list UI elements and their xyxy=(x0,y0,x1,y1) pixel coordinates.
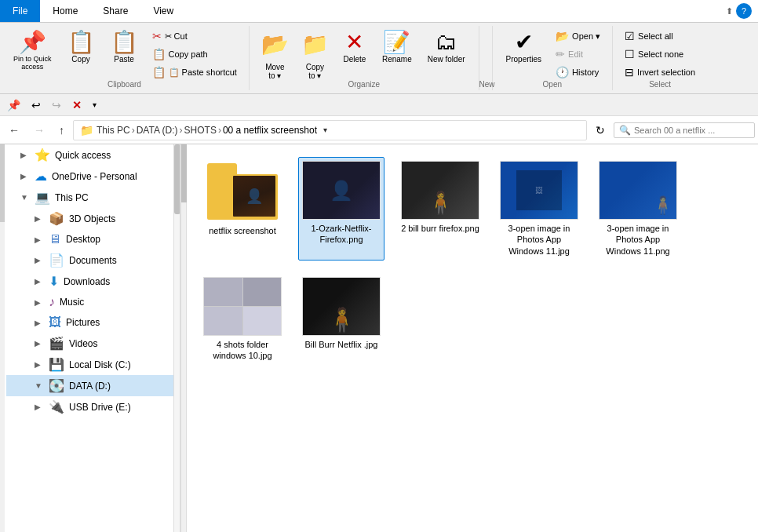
paste-shortcut-icon: 📋 xyxy=(152,66,166,78)
file-item-billburr-png[interactable]: 🧍 2 bill burr firefox.png xyxy=(397,157,483,261)
expand-icon: ▶ xyxy=(35,277,44,286)
main-area: ▶ ⭐ Quick access ▶ ☁ OneDrive - Personal… xyxy=(0,144,758,532)
quick-access-dropdown-btn[interactable]: ▾ xyxy=(89,98,100,111)
back-button[interactable]: ← xyxy=(3,122,25,139)
ribbon-group-new: New xyxy=(479,26,493,90)
invert-icon: ⊟ xyxy=(625,66,634,78)
downloads-label: Downloads xyxy=(64,276,110,287)
ribbon-group-organize: 📂 Moveto ▾ 📁 Copyto ▾ ✕ Delete 📝 Rename … xyxy=(250,26,479,90)
ribbon-group-select: ☑ Select all ☐ Select none ⊟ Invert sele… xyxy=(613,26,707,90)
expand-icon: ▼ xyxy=(20,193,30,202)
select-none-button[interactable]: ☐ Select none xyxy=(619,46,701,63)
pin-icon: 📌 xyxy=(19,31,46,53)
pin-label: Pin to Quickaccess xyxy=(13,55,52,71)
tab-file[interactable]: File xyxy=(0,0,40,22)
billburr-png-label: 2 bill burr firefox.png xyxy=(401,223,479,234)
breadcrumb-dropdown[interactable]: ▾ xyxy=(323,126,327,134)
quick-access-redo-btn[interactable]: ↪ xyxy=(48,97,65,114)
paste-shortcut-button[interactable]: 📋 📋 Paste shortcut xyxy=(147,64,242,81)
select-all-button[interactable]: ☑ Select all xyxy=(619,27,701,45)
quick-access-undo-btn[interactable]: ↩ xyxy=(27,97,45,114)
this-pc-label: This PC xyxy=(55,192,89,203)
4shots-content xyxy=(204,278,281,335)
sidebar-scroll-thumb xyxy=(174,144,180,214)
copy-to-label[interactable]: Copyto ▾ xyxy=(301,61,330,82)
sidebar-item-videos[interactable]: ▶ 🎬 Videos xyxy=(6,333,180,354)
open-image-jpg-label: 3-open image in Photos App Windows 11.jp… xyxy=(500,223,578,257)
move-to-icon[interactable]: 📂 xyxy=(256,27,294,61)
move-to-button[interactable]: 📂 Moveto ▾ xyxy=(256,27,294,82)
move-to-label[interactable]: Moveto ▾ xyxy=(260,61,290,82)
file-item-4shots[interactable]: 4 shots folder windows 10.jpg xyxy=(199,273,286,366)
new-folder-button[interactable]: 🗂 New folder xyxy=(421,27,472,67)
billburr-figure-icon: 🧍 xyxy=(427,190,454,216)
sidebar-item-data-d[interactable]: ▼ 💽 DATA (D:) xyxy=(6,375,180,396)
history-button[interactable]: 🕐 History xyxy=(550,64,606,81)
open-image-png-content: 🧍 xyxy=(599,162,676,219)
tab-home[interactable]: Home xyxy=(40,0,90,22)
file-item-open-image-png[interactable]: 🧍 3-open image in Photos App Windows 11.… xyxy=(595,157,681,261)
edit-button[interactable]: ✏ Edit xyxy=(550,46,606,63)
breadcrumb[interactable]: 📁 This PC › DATA (D:) › SHOTS › 00 a net… xyxy=(73,120,587,140)
sidebar-item-downloads[interactable]: ▶ ⬇ Downloads xyxy=(6,271,180,292)
sidebar-item-usb-e[interactable]: ▶ 🔌 USB Drive (E:) xyxy=(6,396,180,417)
4shots-cell-3 xyxy=(204,307,242,335)
sidebar-item-quick-access[interactable]: ▶ ⭐ Quick access xyxy=(6,144,180,166)
select-btns: ☑ Select all ☐ Select none ⊟ Invert sele… xyxy=(619,27,701,81)
properties-button[interactable]: ✔ Properties xyxy=(499,27,549,67)
sidebar-item-music[interactable]: ▶ ♪ Music xyxy=(6,292,180,312)
expand-icon: ▶ xyxy=(35,319,44,327)
delete-button[interactable]: ✕ Delete xyxy=(336,27,374,67)
ribbon-content: 📌 Pin to Quickaccess 📋 Copy 📋 Paste ✂ ✂ … xyxy=(0,23,758,93)
invert-selection-button[interactable]: ⊟ Invert selection xyxy=(619,64,701,81)
sidebar-item-local-disk[interactable]: ▶ 💾 Local Disk (C:) xyxy=(6,354,180,375)
paste-label: Paste xyxy=(114,55,134,64)
open-png-figure-icon: 🧍 xyxy=(652,195,673,216)
copy-to-button[interactable]: 📁 Copyto ▾ xyxy=(296,27,334,82)
file-item-open-image-jpg[interactable]: 🖼 3-open image in Photos App Windows 11.… xyxy=(496,157,582,261)
paste-button[interactable]: 📋 Paste xyxy=(104,27,145,67)
documents-icon: 📄 xyxy=(49,253,64,268)
sidebar-item-pictures[interactable]: ▶ 🖼 Pictures xyxy=(6,312,180,333)
open-label: Open ▾ xyxy=(572,31,600,42)
help-button[interactable]: ? xyxy=(736,3,752,19)
copy-to-icon[interactable]: 📁 xyxy=(296,27,334,61)
copy-path-button[interactable]: 📋 Copy path xyxy=(147,46,242,63)
paste-shortcut-label: 📋 Paste shortcut xyxy=(169,67,237,78)
search-input[interactable] xyxy=(634,126,749,135)
sidebar-item-onedrive[interactable]: ▶ ☁ OneDrive - Personal xyxy=(6,166,180,187)
ozark-figure-icon: 👤 xyxy=(330,180,353,202)
content-scroll-handle[interactable] xyxy=(180,144,187,532)
tab-share[interactable]: Share xyxy=(90,0,140,22)
delete-icon: ✕ xyxy=(345,31,363,53)
pin-to-quick-access-button[interactable]: 📌 Pin to Quickaccess xyxy=(6,27,59,75)
file-item-billburr-jpg[interactable]: 🧍 Bill Burr Netflix .jpg xyxy=(298,273,384,366)
organize-group-label: Organize xyxy=(250,80,479,89)
rename-button[interactable]: 📝 Rename xyxy=(375,27,419,67)
sidebar-item-this-pc[interactable]: ▼ 💻 This PC xyxy=(6,187,180,208)
history-icon: 🕐 xyxy=(556,66,569,78)
refresh-button[interactable]: ↻ xyxy=(590,122,610,139)
copy-button[interactable]: 📋 Copy xyxy=(60,27,102,67)
rename-label: Rename xyxy=(382,55,412,64)
sidebar-scrollbar[interactable] xyxy=(173,144,180,532)
clipboard-small-btns: ✂ ✂ Cut 📋 Copy path 📋 📋 Paste shortcut xyxy=(147,27,242,81)
quick-access-pin-btn[interactable]: 📌 xyxy=(3,97,24,114)
ribbon-group-clipboard: 📌 Pin to Quickaccess 📋 Copy 📋 Paste ✂ ✂ … xyxy=(0,26,250,90)
file-item-ozark[interactable]: 👤 1-Ozark-Netflix-Firefox.png xyxy=(298,157,384,261)
sidebar-item-documents[interactable]: ▶ 📄 Documents xyxy=(6,250,180,271)
expand-icon: ▶ xyxy=(35,339,44,348)
up-button[interactable]: ↑ xyxy=(53,122,70,139)
cut-label: ✂ Cut xyxy=(165,31,188,42)
sidebar-item-3d-objects[interactable]: ▶ 📦 3D Objects xyxy=(6,208,180,229)
forward-button[interactable]: → xyxy=(28,122,50,139)
open-button[interactable]: 📂 Open ▾ xyxy=(550,27,606,45)
3d-icon: 📦 xyxy=(49,211,64,226)
tab-view[interactable]: View xyxy=(140,0,186,22)
cut-button[interactable]: ✂ ✂ Cut xyxy=(147,27,242,45)
properties-icon: ✔ xyxy=(515,31,533,53)
quick-access-delete-btn[interactable]: ✕ xyxy=(68,97,86,114)
file-item-netflix-folder[interactable]: 👤 netflix screenshot xyxy=(199,157,286,261)
paste-icon: 📋 xyxy=(111,31,138,53)
sidebar-item-desktop[interactable]: ▶ 🖥 Desktop xyxy=(6,229,180,250)
